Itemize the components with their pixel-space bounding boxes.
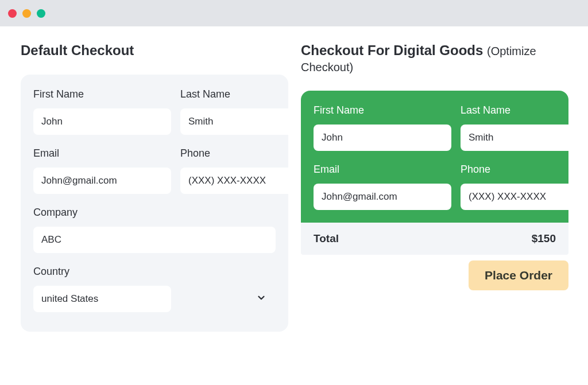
dg-first-name-field-group: First Name: [314, 104, 451, 151]
total-label: Total: [314, 232, 339, 245]
window-dot-minimize[interactable]: [22, 9, 31, 18]
dg-email-input[interactable]: [314, 184, 451, 210]
phone-label: Phone: [180, 147, 318, 160]
dg-last-name-label: Last Name: [461, 104, 588, 116]
content-area: Default Checkout First Name Last Name Em…: [0, 26, 588, 332]
dg-phone-field-group: Phone: [461, 164, 588, 210]
dg-last-name-field-group: Last Name: [461, 104, 588, 151]
company-input[interactable]: [33, 227, 276, 253]
email-field-group: Email: [33, 147, 171, 194]
digital-checkout-column: Checkout For Digital Goods (Optimize Che…: [301, 42, 568, 332]
country-label: Country: [33, 266, 276, 278]
dg-first-name-input[interactable]: [314, 125, 451, 151]
default-checkout-panel: First Name Last Name Email Phone: [21, 75, 288, 332]
country-field-group: Country: [33, 266, 276, 312]
window-dot-zoom[interactable]: [37, 9, 45, 18]
dg-last-name-input[interactable]: [461, 125, 588, 151]
total-row: Total $150: [301, 223, 568, 255]
cta-row: Place Order: [301, 260, 568, 290]
default-checkout-title: Default Checkout: [21, 42, 288, 59]
company-field-group: Company: [33, 207, 276, 253]
company-label: Company: [33, 207, 276, 219]
digital-checkout-title-main: Checkout For Digital Goods: [301, 42, 487, 58]
first-name-field-group: First Name: [33, 88, 171, 135]
last-name-label: Last Name: [180, 88, 318, 100]
email-label: Email: [33, 147, 171, 160]
dg-first-name-label: First Name: [314, 104, 451, 116]
digital-checkout-panel: First Name Last Name Email Phone: [301, 91, 568, 223]
first-name-input[interactable]: [33, 108, 171, 135]
window-titlebar: [0, 0, 588, 26]
country-select[interactable]: [33, 286, 171, 312]
phone-field-group: Phone: [180, 147, 318, 194]
email-input[interactable]: [33, 168, 171, 194]
phone-input[interactable]: [180, 168, 318, 194]
last-name-input[interactable]: [180, 108, 318, 135]
chevron-down-icon: [256, 293, 266, 305]
dg-email-field-group: Email: [314, 164, 451, 210]
last-name-field-group: Last Name: [180, 88, 318, 135]
window-dot-close[interactable]: [8, 9, 17, 18]
dg-phone-label: Phone: [461, 164, 588, 176]
default-checkout-column: Default Checkout First Name Last Name Em…: [21, 42, 288, 332]
total-value: $150: [532, 232, 556, 245]
first-name-label: First Name: [33, 88, 171, 100]
place-order-button[interactable]: Place Order: [469, 260, 568, 290]
digital-checkout-title: Checkout For Digital Goods (Optimize Che…: [301, 42, 568, 75]
dg-email-label: Email: [314, 164, 451, 176]
dg-phone-input[interactable]: [461, 184, 588, 210]
